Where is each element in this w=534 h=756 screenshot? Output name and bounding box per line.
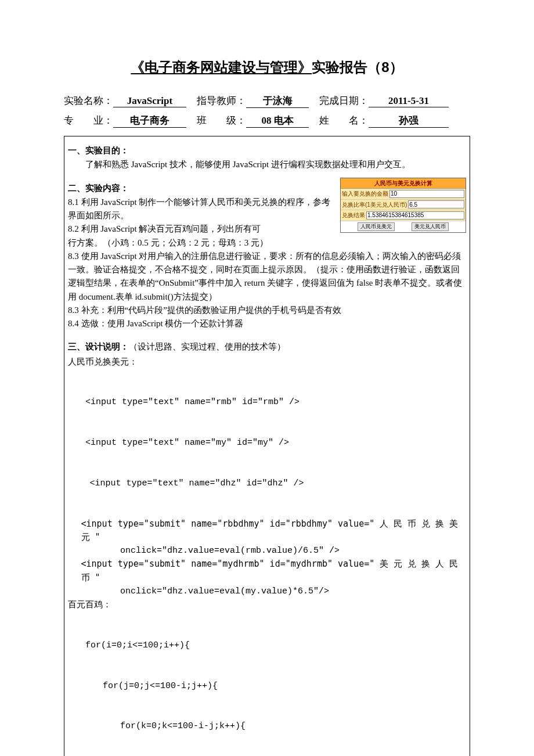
report-content: 一、实验目的： 了解和熟悉 JavaScript 技术，能够使用 JavaScr… bbox=[64, 136, 470, 756]
c1-l3: <input type="text" name="dhz" id="dhz" /… bbox=[68, 477, 466, 490]
currency-widget: 人民币与美元兑换计算 输入要兑换的金额 兑换比率(1美元兑人民币) 兑换结果 人… bbox=[340, 178, 466, 233]
c1-l5a: <input type="submit" name="mydhrmb" id="… bbox=[81, 557, 467, 585]
title-underlined: 《电子商务网站建设与管理》 bbox=[131, 59, 312, 75]
c1-l4b: onclick="dhz.value=eval(rmb.value)/6.5" … bbox=[68, 544, 466, 557]
meta-value-name: 孙强 bbox=[369, 114, 449, 128]
c1-l5a-row: <input type="submit" name="mydhrmb" id="… bbox=[68, 557, 466, 585]
widget-row1-label: 输入要兑换的金额 bbox=[342, 189, 388, 199]
meta-value-date: 2011-5-31 bbox=[369, 95, 449, 107]
c2-l2: for(j=0;j<=100-i;j++){ bbox=[68, 679, 466, 693]
meta-value-class: 08 电本 bbox=[246, 114, 309, 128]
sec3-h1: 人民币兑换美元： bbox=[68, 355, 466, 369]
meta-label-expname: 实验名称： bbox=[64, 94, 113, 107]
code-block-2: for(i=0;i<=100;i++){ for(j=0;j<=100-i;j+… bbox=[68, 611, 466, 756]
section-3-title: 三、设计说明：（设计思路、实现过程、使用的技术等） bbox=[68, 340, 466, 354]
meta-value-expname: JavaScript bbox=[113, 95, 186, 107]
meta-line-1: 实验名称： JavaScript 指导教师： 于泳海 完成日期： 2011-5-… bbox=[64, 94, 470, 108]
sec3-h2: 百元百鸡： bbox=[68, 598, 466, 611]
c1-l5b: onclick="dhz.value=eval(my.value)*6.5"/> bbox=[68, 585, 466, 598]
meta-line-2: 专 业： 电子商务 班 级： 08 电本 姓 名： 孙强 bbox=[64, 114, 470, 128]
sec2-p84: 8.4 选做：使用 JavaScript 模仿一个还款计算器 bbox=[68, 317, 466, 330]
widget-row3-label: 兑换结果 bbox=[342, 211, 365, 220]
sec2-p83b: 8.3 补充：利用“代码片段”提供的函数验证用户提供的手机号码是否有效 bbox=[68, 304, 466, 317]
meta-label-class: 班 级： bbox=[197, 114, 246, 127]
c2-l3: for(k=0;k<=100-i-j;k++){ bbox=[68, 719, 466, 733]
page-title: 《电子商务网站建设与管理》实验报告（8） bbox=[64, 58, 470, 77]
meta-label-date: 完成日期： bbox=[319, 94, 369, 107]
c2-l1: for(i=0;i<=100;i++){ bbox=[68, 639, 466, 652]
widget-rate-input[interactable] bbox=[408, 200, 464, 208]
meta-value-teacher: 于泳海 bbox=[246, 94, 309, 108]
section-1-title: 一、实验目的： bbox=[68, 143, 466, 157]
c1-l1: <input type="text" name="rmb" id="rmb" /… bbox=[68, 395, 466, 409]
widget-result-input[interactable] bbox=[366, 211, 464, 219]
c1-l4a: <input type="submit" name="rbbdhmy" id="… bbox=[81, 517, 467, 545]
widget-btn-usd-to-rmb[interactable]: 美元兑人民币 bbox=[412, 222, 449, 231]
sec2-p82b: 行方案。（小鸡：0.5 元；公鸡：2 元；母鸡：3 元） bbox=[68, 236, 466, 250]
section-1-body: 了解和熟悉 JavaScript 技术，能够使用 JavaScript 进行编程… bbox=[68, 158, 466, 171]
widget-amount-input[interactable] bbox=[389, 190, 464, 198]
sec3-title-main: 三、设计说明： bbox=[68, 341, 129, 351]
code-block-1: <input type="text" name="rmb" id="rmb" /… bbox=[68, 369, 466, 517]
widget-header: 人民币与美元兑换计算 bbox=[341, 178, 466, 189]
c1-l2: <input type="text" name="my" id="my" /> bbox=[68, 436, 466, 449]
sec2-p83: 8.3 使用 JavaScript 对用户输入的注册信息进行验证，要求：所有的信… bbox=[68, 250, 466, 304]
widget-btn-rmb-to-usd[interactable]: 人民币兑美元 bbox=[358, 222, 395, 231]
meta-value-major: 电子商务 bbox=[113, 114, 186, 128]
meta-label-name: 姓 名： bbox=[319, 114, 369, 127]
c1-l4a-row: <input type="submit" name="rbbdhmy" id="… bbox=[68, 517, 466, 545]
title-rest: 实验报告（8） bbox=[312, 59, 403, 75]
sec3-subtitle: （设计思路、实现过程、使用的技术等） bbox=[129, 342, 286, 351]
widget-row2-label: 兑换比率(1美元兑人民币) bbox=[342, 200, 407, 210]
meta-label-major: 专 业： bbox=[64, 114, 113, 127]
meta-label-teacher: 指导教师： bbox=[197, 94, 246, 107]
